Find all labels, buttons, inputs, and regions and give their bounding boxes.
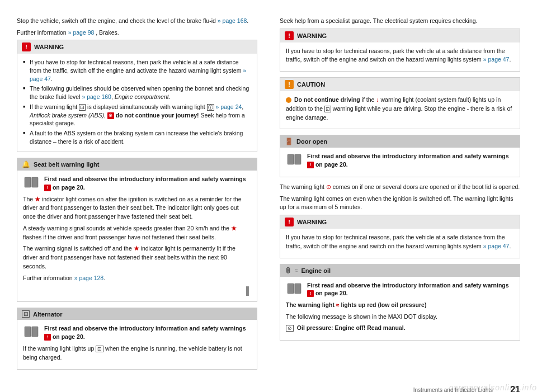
warning-right-1-text: If you have to stop for technical reason… [286,47,514,65]
right-intro: Seek help from a specialist garage. The … [280,17,520,25]
warning-box-right-1: ! WARNING If you have to stop for techni… [280,29,520,72]
warning-body-right-1: If you have to stop for technical reason… [280,42,520,72]
engine-book-text: First read and observe the introductory … [307,281,514,297]
page-container: Stop the vehicle, switch off the engine,… [0,0,537,392]
warning-icon-1: ! [22,42,31,51]
alternator-body1: If the warning light lights up ⊡ when th… [23,344,251,362]
alternator-header: ⊡ Alternator [17,308,257,320]
svg-rect-8 [288,154,294,164]
seatbelt-end-bar: ▐ [23,285,251,297]
caution-header: ! CAUTION [280,78,520,91]
warning-header-1: ! WARNING [17,40,257,54]
book-icon-3 [286,152,303,167]
engine-oil-header: 🛢 ≈ Engine oil [280,265,520,277]
engine-body2: The following message is shown in the MA… [286,313,514,322]
alternator-content: First read and observe the introductory … [17,320,257,369]
door-body2: The warning light comes on even when the… [280,195,520,212]
door-book-text: First read and observe the introductory … [307,152,514,168]
caution-body: Do not continue driving if the ↓ warning… [280,91,520,129]
seat-belt-header: 🔔 Seat belt warning light [17,158,257,171]
svg-rect-1 [32,177,38,187]
warning-icon-right-2: ! [285,218,294,226]
seatbelt-body3: The warning signal is switched off and t… [23,244,251,271]
warning-item-2: The following guidelines should be obser… [23,84,251,101]
alternator-icon: ⊡ [22,310,30,318]
svg-rect-5 [32,327,38,337]
warning-right-2-text: If you have to stop for technical reason… [286,233,514,251]
left-further: Further information » page 98 , Brakes. [17,29,257,37]
seatbelt-icon: 🔔 [22,160,30,168]
svg-rect-13 [295,284,301,294]
intro-link1[interactable]: » page 168 [218,17,247,24]
warning-icon-right-1: ! [285,31,294,40]
caution-text: Do not continue driving if the ↓ warning… [286,96,514,122]
engine-oil-section: 🛢 ≈ Engine oil First read and observe th… [280,264,520,341]
right-column: Seek help from a specialist garage. The … [268,11,537,381]
seatbelt-further: Further information » page 128. [23,274,251,283]
oil-can-icon: 🛢 [285,267,291,275]
door-header: 🚪 Door open [280,135,520,148]
left-column: Stop the vehicle, switch off the engine,… [0,11,268,381]
watermark: carmanualsonline.info [449,383,537,392]
seatbelt-body1: The ★ indicator light comes on after the… [23,195,251,221]
door-section: 🚪 Door open First read and observe the i… [280,135,520,177]
caution-box-1: ! CAUTION Do not continue driving if the… [280,77,520,129]
orange-circle-icon [286,97,291,103]
warning-header-right-1: ! WARNING [280,29,520,42]
door-icon: 🚪 [285,138,293,145]
engine-oil-content: First read and observe the introductory … [280,277,520,341]
warning-item-1: If you have to stop for technical reason… [23,58,251,83]
door-content: First read and observe the introductory … [280,148,520,176]
left-intro: Stop the vehicle, switch off the engine,… [17,17,257,25]
book-row-3: First read and observe the introductory … [286,152,514,168]
alternator-section: ⊡ Alternator First read and observe the … [17,308,257,370]
door-body1: The warning light ⊙ comes on if one or s… [280,183,520,192]
warning-body-right-2: If you have to stop for technical reason… [280,229,520,258]
svg-rect-4 [25,327,31,337]
seat-belt-section: 🔔 Seat belt warning light First read and… [17,158,257,302]
seatbelt-body2: A steady warning signal sounds at vehicl… [23,224,251,242]
red-icon-1: ⊙ [107,112,114,119]
svg-rect-0 [25,177,31,187]
svg-rect-9 [295,154,301,164]
warning-item-4: A fault to the ABS system or the braking… [23,129,251,145]
engine-body3: ⊙ Oil pressure: Engine off! Read manual. [286,324,514,333]
further-link[interactable]: » page 98 [68,29,95,36]
book-icon-4 [286,281,303,296]
svg-rect-12 [288,284,294,294]
engine-body1: The warning light ≈ lights up red (low o… [286,301,514,310]
book-icon-1 [23,175,40,190]
warning-box-right-2: ! WARNING If you have to stop for techni… [280,215,520,258]
warning-body-1: If you have to stop for technical reason… [17,54,257,152]
warning-list-1: If you have to stop for technical reason… [23,58,251,145]
warning-box-1: ! WARNING If you have to stop for techni… [17,40,257,152]
book-row-4: First read and observe the introductory … [286,281,514,297]
warning-header-right-2: ! WARNING [280,215,520,229]
book-row-2: First read and observe the introductory … [23,324,251,341]
alternator-book-text: First read and observe the introductory … [44,324,251,341]
caution-icon: ! [285,80,294,89]
warning-item-3: If the warning light ⊡ is displayed simu… [23,103,251,127]
book-icon-2 [23,324,40,339]
book-row-1: First read and observe the introductory … [23,175,251,191]
seatbelt-book-text: First read and observe the introductory … [44,175,251,191]
seat-belt-content: First read and observe the introductory … [17,171,257,301]
